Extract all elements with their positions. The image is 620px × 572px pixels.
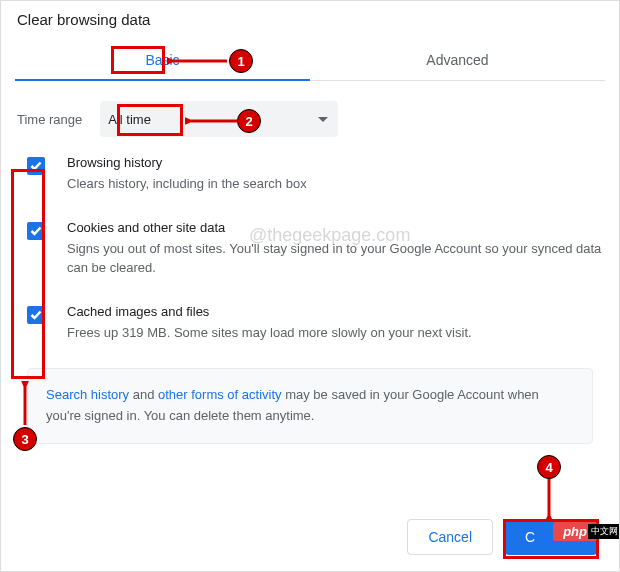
chevron-down-icon: [318, 117, 328, 122]
item-title: Cookies and other site data: [67, 220, 605, 235]
item-desc: Signs you out of most sites. You'll stay…: [67, 239, 605, 278]
check-icon: [30, 226, 42, 236]
tab-bar: Basic Advanced: [15, 38, 605, 81]
tab-advanced[interactable]: Advanced: [310, 38, 605, 80]
tab-advanced-label: Advanced: [426, 52, 488, 68]
tab-basic[interactable]: Basic: [15, 38, 310, 80]
cancel-button[interactable]: Cancel: [407, 519, 493, 555]
link-other-activity[interactable]: other forms of activity: [158, 387, 282, 402]
checkbox-cookies[interactable]: [27, 222, 45, 240]
dialog-title: Clear browsing data: [17, 11, 605, 28]
annotation-arrow: [539, 477, 559, 521]
time-range-value: All time: [106, 112, 151, 127]
item-desc: Clears history, including in the search …: [67, 174, 307, 194]
item-title: Browsing history: [67, 155, 307, 170]
check-icon: [30, 161, 42, 171]
item-desc: Frees up 319 MB. Some sites may load mor…: [67, 323, 472, 343]
cancel-label: Cancel: [428, 529, 472, 545]
link-search-history[interactable]: Search history: [46, 387, 129, 402]
tab-basic-label: Basic: [145, 52, 179, 68]
clear-label: C: [525, 529, 535, 545]
time-range-label: Time range: [17, 112, 82, 127]
item-title: Cached images and files: [67, 304, 472, 319]
checkbox-browsing-history[interactable]: [27, 157, 45, 175]
checkbox-cache[interactable]: [27, 306, 45, 324]
info-text: and: [129, 387, 158, 402]
check-icon: [30, 310, 42, 320]
annotation-number: 4: [537, 455, 561, 479]
info-box: Search history and other forms of activi…: [27, 368, 593, 444]
time-range-select[interactable]: All time: [100, 101, 338, 137]
clear-data-button[interactable]: C: [505, 519, 597, 555]
